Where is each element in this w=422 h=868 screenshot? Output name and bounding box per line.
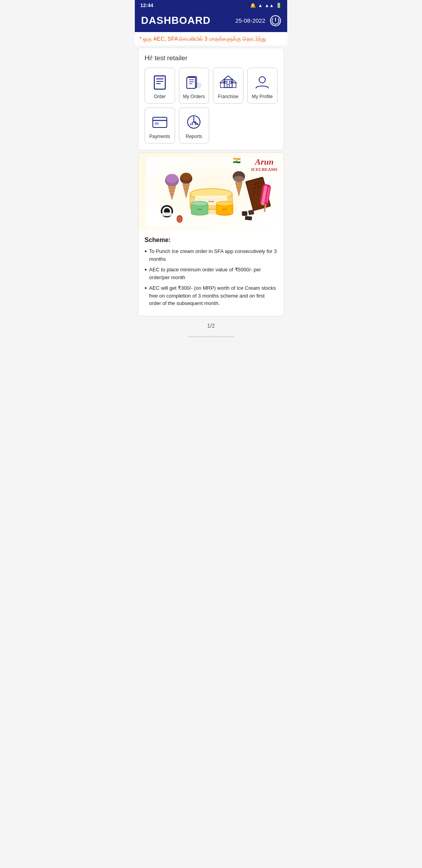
svg-text:Arun: Arun — [197, 208, 202, 210]
payments-icon — [151, 113, 168, 131]
order-label: Order — [154, 94, 166, 99]
svg-marker-12 — [224, 76, 233, 80]
svg-rect-4 — [156, 77, 164, 79]
my-profile-icon — [254, 74, 271, 91]
svg-rect-11 — [224, 80, 232, 88]
bullet-3: • — [145, 284, 147, 307]
greeting-text: Hi! test retailer — [145, 54, 277, 62]
menu-grid-row1: Order My Orders — [145, 68, 277, 104]
my-orders-icon — [185, 74, 202, 91]
india-flag: 🇮🇳 — [233, 157, 241, 164]
main-content-card: Hi! test retailer Order — [138, 48, 284, 150]
notification-icon: 🔔 — [250, 3, 256, 8]
svg-point-76 — [179, 221, 180, 221]
bottom-gesture-bar — [188, 336, 234, 337]
header-right: 25-08-2022 — [235, 15, 281, 26]
svg-text:Arun: Arun — [208, 200, 214, 203]
bullet-1: • — [145, 247, 147, 263]
header-date: 25-08-2022 — [235, 17, 265, 24]
menu-item-order[interactable]: Order — [145, 68, 175, 104]
svg-point-48 — [233, 176, 244, 182]
payments-label: Payments — [149, 134, 170, 139]
page-title: DASHBOARD — [141, 14, 211, 27]
power-icon[interactable] — [270, 15, 281, 26]
menu-item-payments[interactable]: Payments — [145, 108, 175, 143]
svg-point-7 — [196, 82, 201, 88]
marquee-banner: * ஒரு AEC, SFA செயலியில் 3 மாதங்களுக்கு … — [135, 32, 287, 45]
scheme-item-3-text: AEC will get ₹300/- (on MRP) worth of Ic… — [149, 284, 277, 307]
menu-item-my-profile[interactable]: My Profile — [247, 68, 278, 104]
svg-rect-17 — [232, 83, 236, 88]
svg-point-25 — [193, 121, 195, 123]
reports-label: Reports — [186, 134, 202, 139]
brand-logo: Arun ICECREAMS — [251, 157, 277, 172]
svg-rect-79 — [248, 210, 254, 215]
order-icon — [151, 74, 168, 91]
svg-point-37 — [166, 174, 178, 183]
battery-icon: 🔋 — [276, 3, 282, 8]
svg-rect-15 — [229, 81, 231, 83]
menu-item-franchise[interactable]: Franchise — [213, 68, 243, 104]
svg-rect-6 — [187, 77, 195, 88]
svg-point-20 — [259, 77, 265, 83]
bullet-2: • — [145, 266, 147, 281]
svg-point-73 — [161, 212, 173, 216]
svg-rect-23 — [155, 122, 159, 125]
app-header: DASHBOARD 25-08-2022 — [135, 11, 287, 32]
promo-image-area: Arun ICECREAMS 🇮🇳 — [138, 153, 284, 231]
svg-point-77 — [180, 220, 181, 221]
franchise-icon — [220, 74, 237, 91]
svg-rect-13 — [227, 84, 229, 88]
svg-point-68 — [216, 201, 233, 206]
svg-rect-80 — [245, 216, 252, 220]
menu-grid-row2: Payments Reports — [145, 108, 277, 143]
promo-text: Scheme: • To Punch Ice cream order in SF… — [138, 231, 284, 316]
svg-point-75 — [178, 220, 179, 221]
menu-item-reports[interactable]: Reports — [179, 108, 209, 143]
promo-card: Arun ICECREAMS 🇮🇳 — [138, 152, 284, 316]
svg-rect-21 — [153, 117, 167, 127]
scheme-item-2: • AEC to place minimum order value of ₹5… — [145, 266, 277, 281]
svg-point-43 — [181, 173, 191, 181]
svg-rect-16 — [220, 83, 224, 88]
scheme-item-1-text: To Punch Ice cream order in SFA app cons… — [149, 247, 277, 263]
svg-rect-14 — [225, 81, 227, 83]
menu-item-my-orders[interactable]: My Orders — [179, 68, 209, 104]
reports-icon — [185, 113, 202, 131]
status-bar: 12:44 🔔 ▲ ▲▲ 🔋 — [135, 0, 287, 11]
svg-rect-78 — [242, 211, 247, 216]
scheme-title: Scheme: — [145, 237, 277, 244]
franchise-label: Franchise — [218, 94, 238, 99]
my-orders-label: My Orders — [183, 94, 205, 99]
scheme-item-1: • To Punch Ice cream order in SFA app co… — [145, 247, 277, 263]
marquee-text: * ஒரு AEC, SFA செயலியில் 3 மாதங்களுக்கு … — [139, 36, 266, 42]
status-time: 12:44 — [140, 2, 153, 8]
scheme-item-2-text: AEC to place minimum order value of ₹500… — [149, 266, 277, 281]
ice-cream-scene: Arun ICECREAMS 🇮🇳 — [138, 153, 284, 231]
status-icons: 🔔 ▲ ▲▲ 🔋 — [250, 3, 282, 8]
signal-icon: ▲▲ — [265, 3, 274, 8]
page-number: 1/2 — [207, 323, 215, 329]
wifi-icon: ▲ — [258, 3, 263, 8]
page-indicator: 1/2 — [135, 319, 287, 333]
svg-text:Arun: Arun — [222, 208, 227, 210]
my-profile-label: My Profile — [252, 94, 273, 99]
scheme-item-3: • AEC will get ₹300/- (on MRP) worth of … — [145, 284, 277, 307]
svg-point-64 — [191, 201, 208, 206]
